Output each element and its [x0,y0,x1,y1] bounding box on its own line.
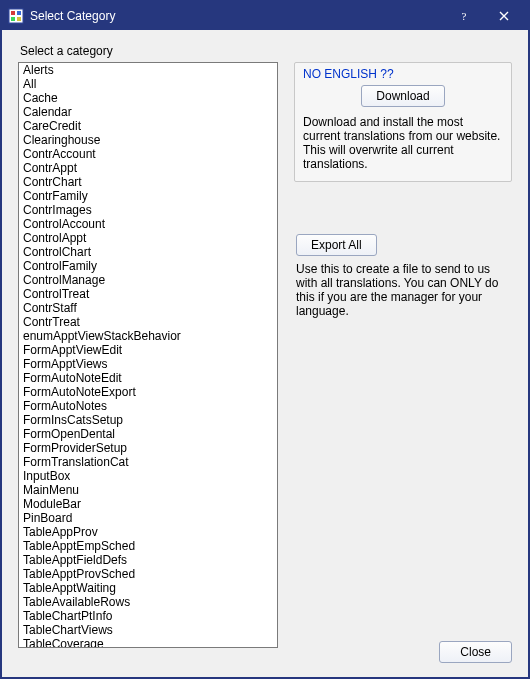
list-item[interactable]: PinBoard [19,511,277,525]
titlebar: Select Category ? [2,2,528,30]
list-item[interactable]: TableChartViews [19,623,277,637]
list-item[interactable]: ControlAppt [19,231,277,245]
list-item[interactable]: ContrChart [19,175,277,189]
list-item[interactable]: ModuleBar [19,497,277,511]
list-item[interactable]: ContrStaff [19,301,277,315]
svg-rect-2 [17,11,21,15]
list-item[interactable]: TableApptFieldDefs [19,553,277,567]
category-listbox[interactable]: AlertsAllCacheCalendarCareCreditClearing… [18,62,278,648]
list-item[interactable]: ContrAppt [19,161,277,175]
main-row: AlertsAllCacheCalendarCareCreditClearing… [18,62,512,663]
list-item[interactable]: enumApptViewStackBehavior [19,329,277,343]
client-area: Select a category AlertsAllCacheCalendar… [2,30,528,677]
list-item[interactable]: FormOpenDental [19,427,277,441]
list-item[interactable]: ControlChart [19,245,277,259]
list-item[interactable]: InputBox [19,469,277,483]
export-section: Export All Use this to create a file to … [296,234,512,318]
svg-rect-4 [17,17,21,21]
svg-rect-3 [11,17,15,21]
export-all-button[interactable]: Export All [296,234,377,256]
download-description: Download and install the most current tr… [303,115,503,171]
list-item[interactable]: TableCoverage [19,637,277,648]
list-item[interactable]: FormApptViewEdit [19,343,277,357]
list-item[interactable]: CareCredit [19,119,277,133]
list-item[interactable]: FormProviderSetup [19,441,277,455]
close-window-button[interactable] [484,3,524,29]
list-item[interactable]: Alerts [19,63,277,77]
close-button[interactable]: Close [439,641,512,663]
list-item[interactable]: Calendar [19,105,277,119]
list-item[interactable]: TableAppProv [19,525,277,539]
download-button[interactable]: Download [361,85,444,107]
list-item[interactable]: TableAvailableRows [19,595,277,609]
no-english-group: NO ENGLISH ?? Download Download and inst… [294,62,512,182]
list-item[interactable]: FormInsCatsSetup [19,413,277,427]
list-item[interactable]: Cache [19,91,277,105]
list-item[interactable]: FormAutoNotes [19,399,277,413]
list-item[interactable]: ControlAccount [19,217,277,231]
list-item[interactable]: MainMenu [19,483,277,497]
list-item[interactable]: ControlFamily [19,259,277,273]
window-title: Select Category [30,9,444,23]
list-item[interactable]: TableApptProvSched [19,567,277,581]
list-item[interactable]: ControlManage [19,273,277,287]
svg-text:?: ? [462,10,467,22]
svg-rect-1 [11,11,15,15]
list-item[interactable]: ContrFamily [19,189,277,203]
list-item[interactable]: ContrTreat [19,315,277,329]
list-item[interactable]: Clearinghouse [19,133,277,147]
list-item[interactable]: FormApptViews [19,357,277,371]
list-item[interactable]: FormAutoNoteEdit [19,371,277,385]
list-item[interactable]: ContrImages [19,203,277,217]
list-item[interactable]: ContrAccount [19,147,277,161]
no-english-title: NO ENGLISH ?? [303,67,503,81]
help-button[interactable]: ? [444,3,484,29]
list-item[interactable]: TableApptEmpSched [19,539,277,553]
list-item[interactable]: FormAutoNoteExport [19,385,277,399]
right-column: NO ENGLISH ?? Download Download and inst… [294,62,512,663]
app-icon [8,8,24,24]
list-item[interactable]: TableChartPtInfo [19,609,277,623]
list-item[interactable]: All [19,77,277,91]
list-item[interactable]: TableApptWaiting [19,581,277,595]
dialog-window: Select Category ? Select a category Aler… [0,0,530,679]
export-description: Use this to create a file to send to us … [296,262,512,318]
select-category-label: Select a category [20,44,512,58]
list-item[interactable]: FormTranslationCat [19,455,277,469]
list-item[interactable]: ControlTreat [19,287,277,301]
